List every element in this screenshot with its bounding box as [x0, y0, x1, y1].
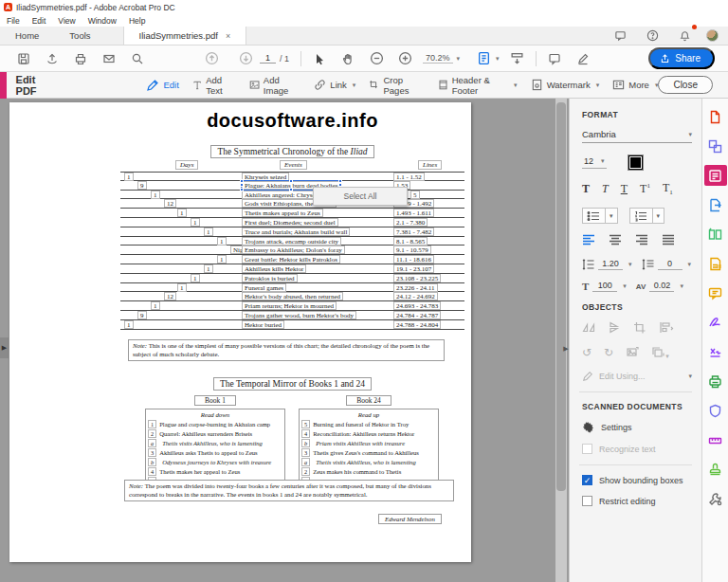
- hand-tool-icon[interactable]: [337, 49, 358, 68]
- fill-sign-icon[interactable]: [704, 312, 727, 333]
- fit-page-icon[interactable]: [473, 49, 494, 68]
- request-signatures-icon[interactable]: [704, 253, 727, 274]
- day-cell[interactable]: 1: [177, 283, 187, 292]
- align-center-button[interactable]: [609, 234, 622, 247]
- help-icon[interactable]: [642, 27, 663, 45]
- save-button[interactable]: [13, 49, 34, 68]
- book24-title[interactable]: Book 24: [346, 395, 391, 406]
- send-for-signature-icon[interactable]: [704, 341, 727, 362]
- book24-direction[interactable]: Read up: [301, 411, 436, 418]
- book-item-text[interactable]: Thetis visits Akhilleus, who is lamentin…: [159, 439, 263, 447]
- book-item-text[interactable]: Thetis makes her appeal to Zeus: [159, 467, 240, 476]
- replace-image-button[interactable]: [626, 346, 639, 360]
- event-cell[interactable]: Great battle: Hektor kills Patroklos: [242, 255, 340, 264]
- menu-edit[interactable]: Edit: [32, 16, 46, 26]
- selection-handle[interactable]: [240, 179, 244, 183]
- measure-icon[interactable]: [704, 429, 727, 450]
- book-item-number[interactable]: 2: [301, 467, 310, 476]
- book1-title[interactable]: Book 1: [194, 395, 236, 406]
- day-cell[interactable]: 12: [164, 292, 176, 300]
- menu-help[interactable]: Help: [129, 16, 145, 26]
- scrolling-mode-icon[interactable]: [507, 49, 528, 68]
- event-cell[interactable]: Hektor buried: [242, 320, 284, 329]
- add-text-button[interactable]: Add Text: [192, 75, 236, 96]
- protect-icon[interactable]: [704, 400, 727, 421]
- event-cell[interactable]: First duel; Diomedes; second duel: [242, 218, 338, 227]
- book-item-number[interactable]: b: [148, 458, 156, 466]
- character-spacing-control[interactable]: AV 0.02 ▾: [636, 281, 683, 292]
- watermark-button[interactable]: Watermark▾: [531, 79, 600, 91]
- event-cell[interactable]: Embassy to Akhilleus; Dolon's foray: [242, 246, 345, 254]
- selection-handle[interactable]: [338, 179, 342, 183]
- superscript-button[interactable]: T1: [640, 182, 650, 196]
- zoom-caret-icon[interactable]: ▾: [457, 55, 461, 63]
- tab-home[interactable]: Home: [0, 27, 54, 45]
- line-spacing-control[interactable]: 1.20 ▾: [582, 259, 632, 270]
- chevron-down-icon[interactable]: ▾: [652, 209, 664, 223]
- align-left-button[interactable]: [582, 234, 595, 247]
- lines-cell[interactable]: 7.381 - 7.482: [393, 227, 434, 236]
- day-cell[interactable]: 1: [124, 320, 134, 329]
- lines-cell[interactable]: 1.493 - 1.611: [393, 209, 434, 217]
- book-item-text[interactable]: Thetis gives Zeus's command to Akhilleus: [313, 448, 419, 457]
- lines-cell[interactable]: 1.1 - 1.52: [393, 173, 425, 181]
- day-cell[interactable]: 1: [191, 218, 200, 227]
- feedback-bubble-icon[interactable]: [610, 27, 630, 45]
- event-cell[interactable]: Hektor's body abused, then returned: [242, 292, 343, 300]
- book-item-text[interactable]: Reconciliation: Akhilleus returns Hektor: [313, 429, 414, 438]
- menu-file[interactable]: File: [7, 16, 20, 26]
- book-item-text[interactable]: Burning and funeral of Hektor in Troy: [313, 420, 409, 428]
- stamp-icon[interactable]: [704, 459, 727, 480]
- share-button[interactable]: Share: [648, 47, 715, 69]
- email-button[interactable]: [99, 49, 119, 68]
- book-item-number[interactable]: 3: [148, 448, 156, 457]
- zoom-level-value[interactable]: 70.2%: [423, 53, 453, 64]
- event-cell[interactable]: Patroklos is buried: [242, 274, 298, 282]
- search-icon[interactable]: [127, 49, 148, 68]
- restrict-editing-checkbox[interactable]: Restrict editing: [582, 496, 692, 506]
- comment-tool-icon[interactable]: [544, 49, 565, 68]
- day-cell[interactable]: 9: [137, 311, 147, 319]
- print-button[interactable]: [70, 49, 91, 68]
- header-footer-button[interactable]: Header & Footer▾: [438, 75, 518, 96]
- bullet-list-button[interactable]: ▾: [582, 208, 618, 224]
- event-cell[interactable]: Trojans gather wood, burn Hektor's body: [242, 311, 356, 319]
- user-avatar[interactable]: [706, 29, 719, 42]
- underline-button[interactable]: T: [621, 182, 628, 196]
- lines-cell[interactable]: 23.226 - 24.11: [393, 283, 438, 292]
- zoom-out-button[interactable]: [366, 49, 387, 68]
- lines-cell[interactable]: 5: [410, 191, 420, 199]
- font-family-select[interactable]: Cambria ▾: [582, 129, 692, 143]
- lines-cell[interactable]: 11.1 - 18.616: [393, 255, 434, 264]
- close-tool-button[interactable]: Close: [658, 76, 713, 94]
- book-item-number[interactable]: 5: [301, 420, 310, 428]
- horizontal-scale-control[interactable]: T 100 ▾: [582, 281, 627, 292]
- lines-cell[interactable]: 24.788 - 24.804: [393, 320, 441, 329]
- day-cell[interactable]: 1: [204, 264, 213, 273]
- edit-mode-button[interactable]: Edit: [146, 79, 178, 92]
- event-cell[interactable]: Funeral games: [242, 283, 286, 292]
- watermark-text[interactable]: docusoftware.info: [120, 110, 464, 132]
- selection-handle[interactable]: [240, 188, 244, 191]
- day-cell[interactable]: 12: [164, 199, 176, 208]
- lines-cell[interactable]: 24.693 - 24.783: [393, 301, 441, 310]
- align-justify-button[interactable]: [662, 234, 675, 247]
- scan-settings-button[interactable]: Settings: [582, 421, 692, 433]
- scan-ocr-icon[interactable]: [704, 371, 727, 391]
- rotate-cw-button[interactable]: ↻: [604, 346, 613, 360]
- crop-object-button[interactable]: [633, 321, 646, 336]
- font-size-select[interactable]: 12 ▾: [582, 156, 607, 169]
- align-right-button[interactable]: [635, 234, 648, 247]
- flip-vertical-button[interactable]: [608, 321, 621, 336]
- day-cell[interactable]: 1: [151, 301, 160, 310]
- lines-cell[interactable]: 24.784 - 24.787: [393, 311, 441, 319]
- book-item-number[interactable]: 4: [148, 467, 156, 476]
- export-pdf-icon[interactable]: [704, 194, 727, 215]
- day-cell[interactable]: 1: [217, 255, 227, 264]
- column-header-days[interactable]: Days: [175, 160, 198, 170]
- column-header-events[interactable]: Events: [280, 160, 307, 170]
- event-cell[interactable]: Trojans attack, encamp outside city: [242, 237, 341, 246]
- select-all-popup[interactable]: Select All: [313, 187, 408, 206]
- tab-close-icon[interactable]: ×: [226, 31, 230, 41]
- paragraph-spacing-control[interactable]: 0 ▾: [642, 259, 692, 270]
